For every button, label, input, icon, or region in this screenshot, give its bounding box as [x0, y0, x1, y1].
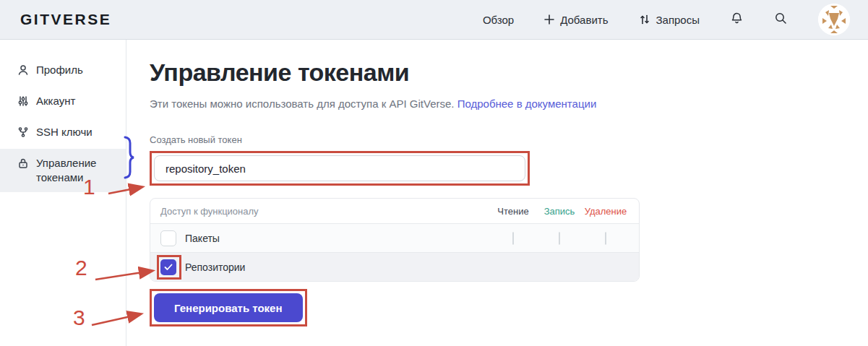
settings-sidebar: Профиль Аккаунт SSH ключи: [0, 40, 126, 346]
permissions-table-header: Доступ к функционалу Чтение Запись Удале…: [150, 199, 639, 223]
bell-icon: [730, 12, 744, 28]
column-read: Чтение: [490, 206, 536, 217]
row-label: Репозитории: [185, 261, 245, 273]
row-label: Пакеты: [185, 233, 220, 244]
sidebar-item-profile[interactable]: Профиль: [0, 56, 126, 87]
sidebar-item-label: SSH ключи: [36, 125, 93, 139]
top-navbar: GITVERSE Обзор Добавить Запросы: [0, 0, 868, 40]
sidebar-item-label: Профиль: [36, 63, 83, 77]
packages-checkbox[interactable]: [160, 230, 176, 246]
permissions-table: Доступ к функционалу Чтение Запись Удале…: [150, 198, 640, 282]
documentation-link[interactable]: Подробнее в документации: [457, 98, 597, 110]
avatar[interactable]: [818, 4, 850, 35]
search-button[interactable]: [774, 12, 788, 28]
sidebar-item-ssh-keys[interactable]: SSH ключи: [0, 118, 126, 149]
packages-delete-checkbox[interactable]: [605, 232, 606, 245]
nav-add-label: Добавить: [560, 14, 608, 26]
table-row-repositories: Репозитории: [150, 252, 639, 281]
token-name-label: Создать новый токен: [150, 134, 640, 145]
sliders-icon: [17, 95, 29, 111]
person-icon: [17, 64, 29, 79]
nav-requests[interactable]: Запросы: [639, 14, 700, 26]
sidebar-item-token-management[interactable]: Управление токенами: [0, 149, 126, 192]
column-write: Запись: [536, 206, 583, 217]
avatar-identicon: [818, 4, 850, 35]
nav-requests-label: Запросы: [656, 14, 700, 26]
annotation-box-3: Генерировать токен: [150, 289, 307, 326]
packages-read-checkbox[interactable]: [512, 232, 514, 245]
repositories-checkbox[interactable]: [160, 259, 176, 275]
gitverse-logo: GITVERSE: [20, 11, 111, 28]
packages-write-checkbox[interactable]: [559, 232, 560, 245]
column-delete: Удаление: [583, 206, 629, 217]
search-icon: [774, 12, 788, 28]
table-row-packages: Пакеты: [150, 223, 639, 252]
notifications-button[interactable]: [730, 12, 744, 28]
page-title: Управление токенами: [150, 59, 640, 86]
annotation-box-1: [150, 151, 530, 186]
pull-request-icon: [639, 14, 650, 25]
description-text: Эти токены можно использовать для доступ…: [150, 98, 455, 110]
plus-icon: [544, 14, 554, 25]
sidebar-item-label: Аккаунт: [36, 94, 75, 108]
ssh-key-icon: [17, 126, 29, 142]
sidebar-item-account[interactable]: Аккаунт: [0, 87, 126, 118]
page-description: Эти токены можно использовать для доступ…: [150, 98, 640, 110]
check-icon: [164, 264, 173, 271]
nav-overview-label: Обзор: [483, 14, 514, 26]
main-content: Управление токенами Эти токены можно исп…: [126, 40, 640, 346]
token-name-input[interactable]: [154, 155, 525, 181]
column-access: Доступ к функционалу: [160, 206, 490, 217]
nav-add[interactable]: Добавить: [544, 14, 608, 26]
nav-overview[interactable]: Обзор: [483, 14, 514, 26]
lock-icon: [17, 157, 29, 173]
sidebar-item-label: Управление токенами: [36, 156, 117, 185]
generate-token-button[interactable]: Генерировать токен: [154, 293, 303, 322]
header-nav: Обзор Добавить Запросы: [483, 4, 850, 35]
